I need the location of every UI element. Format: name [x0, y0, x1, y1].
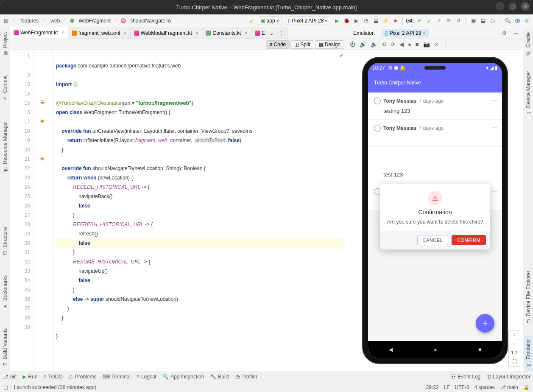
profile-icon[interactable]: ◔ [363, 18, 369, 24]
left-rail-structure[interactable]: ⊞Structure [1, 224, 9, 259]
minimize-button[interactable]: – [496, 2, 504, 11]
bottom-layout-inspector[interactable]: ◫Layout Inspector [486, 374, 530, 380]
bottom-todo[interactable]: ≡TODO [43, 374, 62, 380]
annotation-icon[interactable]: ⬓↑ [40, 99, 46, 104]
gear-icon[interactable]: ⚙ [501, 30, 507, 36]
close-icon[interactable]: × [123, 30, 127, 36]
left-rail-project[interactable]: ▤Project [1, 29, 9, 59]
status-indent[interactable]: 4 spaces [474, 384, 495, 390]
hide-icon[interactable]: — [513, 30, 519, 36]
view-split-button[interactable]: ◫Split [290, 40, 314, 49]
left-rail-bookmarks[interactable]: ★Bookmarks [1, 272, 9, 312]
status-branch[interactable]: ⎇ main [500, 384, 518, 390]
tab-webfragment[interactable]: WebFragment.kt× [10, 27, 68, 39]
tab-constants[interactable]: Constants.kt× [202, 27, 251, 39]
bottom-git[interactable]: ⎇Git [3, 374, 17, 380]
home-icon[interactable]: ● [408, 41, 411, 48]
zoom-fit-button[interactable]: ⛶ [509, 357, 520, 366]
volume-down-icon[interactable]: 🔉 [371, 41, 377, 48]
cancel-button[interactable]: CANCEL [417, 235, 449, 245]
run-config-dropdown[interactable]: ▣ app ▾ [258, 17, 282, 25]
bottom-app-inspection[interactable]: 🔍App Inspection [162, 374, 204, 380]
code-editor[interactable]: 1 31314151617181920212223242526272829303… [10, 50, 347, 371]
git-history-icon[interactable]: ⟳ [446, 18, 452, 24]
back-icon[interactable]: ◀ [389, 347, 393, 353]
device-dropdown[interactable]: ▯ Pixel 2 API 28 ▾ [285, 17, 331, 25]
breadcrumb-item[interactable]: web [49, 17, 61, 25]
confirm-button[interactable]: CONFIRM [452, 235, 486, 245]
assist-icon[interactable]: ⊕ [514, 18, 520, 24]
bottom-profiler[interactable]: ◔Profiler [235, 374, 257, 380]
emulator-device-tab[interactable]: ▯ Pixel 2 API 28 × [382, 29, 429, 37]
sdk-icon[interactable]: ⬓ [480, 18, 486, 24]
apply-changes-icon[interactable]: ⚡ [382, 18, 388, 24]
left-rail-commit[interactable]: ✔Commit [1, 72, 9, 104]
breadcrumb-item[interactable]: features [19, 17, 40, 25]
home-icon[interactable]: ● [434, 347, 437, 353]
zoom-out-button[interactable]: − [509, 339, 520, 348]
more-icon[interactable]: ⋮ [443, 41, 449, 48]
breadcrumb-item[interactable]: WebFragment [77, 17, 112, 25]
zoom-reset-button[interactable]: 1:1 [509, 348, 520, 357]
bottom-terminal[interactable]: ⌨Terminal [103, 374, 131, 380]
bottom-build[interactable]: 🔨Build [210, 374, 229, 380]
git-update-icon[interactable]: ✔ [416, 18, 422, 24]
view-design-button[interactable]: ▦Design [315, 40, 344, 49]
zoom-in-button[interactable]: + [509, 330, 520, 339]
volume-up-icon[interactable]: 🔊 [360, 41, 366, 48]
stop-icon[interactable]: ■ [392, 18, 398, 24]
bottom-run[interactable]: ▶Run [22, 374, 37, 380]
tab-webmodalfragment[interactable]: WebModalFragment.kt× [131, 27, 203, 39]
git-commit-icon[interactable]: ↙ [426, 18, 432, 24]
git-push-icon[interactable]: ↗ [436, 18, 442, 24]
override-icon[interactable]: ◉↑ [40, 156, 46, 161]
account-icon[interactable]: ☺ [524, 18, 530, 24]
screenshot-icon[interactable]: 📷 [423, 41, 430, 48]
tab-fragment-web-xml[interactable]: fragment_web.xml× [68, 27, 131, 39]
status-line-separator[interactable]: LF [444, 384, 450, 390]
close-icon[interactable]: × [195, 30, 199, 36]
run-icon[interactable]: ▶ [334, 18, 340, 24]
tab-overflow[interactable]: E ⌄ ⋮ [251, 27, 288, 39]
bottom-logcat[interactable]: ≡Logcat [137, 374, 156, 380]
debug-icon[interactable]: 🐞 [343, 18, 349, 24]
rotate-left-icon[interactable]: ⟲ [382, 41, 386, 48]
bottom-event-log[interactable]: ☷Event Log [451, 374, 480, 380]
git-revert-icon[interactable]: ↺ [455, 18, 461, 24]
right-rail-device-manager[interactable]: ▯Device Manager [525, 67, 532, 119]
bottom-problems[interactable]: ⚠Problems [69, 374, 97, 380]
resource-icon[interactable]: 🗂 [490, 18, 496, 24]
close-icon[interactable]: × [61, 29, 64, 36]
left-rail-resource-manager[interactable]: ◧Resource Manager [1, 118, 9, 176]
maximize-button[interactable]: ▢ [508, 2, 517, 11]
status-encoding[interactable]: UTF-8 [455, 384, 469, 390]
more-icon[interactable]: ⋮ [279, 30, 284, 36]
search-icon[interactable]: 🔍 [505, 18, 511, 24]
status-hide-icon[interactable]: ▢ [3, 384, 8, 390]
right-rail-emulator[interactable]: ▯Emulator [525, 336, 532, 371]
back-icon[interactable]: ◀ [399, 41, 404, 48]
sync-icon[interactable]: ↙ [248, 18, 254, 24]
close-button[interactable]: ✕ [521, 2, 530, 11]
coverage-icon[interactable]: ▶ [353, 18, 359, 24]
status-lock-icon[interactable]: 🔒 [523, 384, 530, 390]
phone-screen[interactable]: 10:27 ⚙ ⬟ 🔔 ▾◢▮ Turbo Chirper Native Ton… [368, 63, 502, 358]
record-icon[interactable]: ⊙ [434, 41, 439, 48]
overview-icon[interactable]: ■ [416, 41, 419, 48]
avd-icon[interactable]: ▣ [470, 18, 476, 24]
analysis-ok-icon[interactable]: ✔ [339, 51, 343, 60]
overview-icon[interactable]: ■ [478, 347, 481, 353]
left-rail-build-variants[interactable]: ⊡Build Variants [1, 325, 9, 371]
code-content[interactable]: ✔package com.example.turbochirpernative.… [53, 50, 347, 371]
close-icon[interactable]: × [244, 30, 248, 36]
attach-debugger-icon[interactable]: ⬓ [373, 18, 379, 24]
right-rail-device-file-explorer[interactable]: 🗀Device File Explorer [525, 267, 532, 327]
chevron-down-icon[interactable]: ⌄ [270, 30, 274, 36]
view-code-button[interactable]: ≡Code [266, 40, 290, 49]
power-icon[interactable]: ⏻ [350, 41, 355, 48]
close-icon[interactable]: × [423, 30, 426, 36]
status-cursor-position[interactable]: 29:22 [426, 384, 439, 390]
rotate-right-icon[interactable]: ⟳ [391, 41, 395, 48]
project-dropdown-icon[interactable]: ▤ [3, 18, 9, 24]
override-icon[interactable]: ◉↓ [40, 118, 46, 123]
